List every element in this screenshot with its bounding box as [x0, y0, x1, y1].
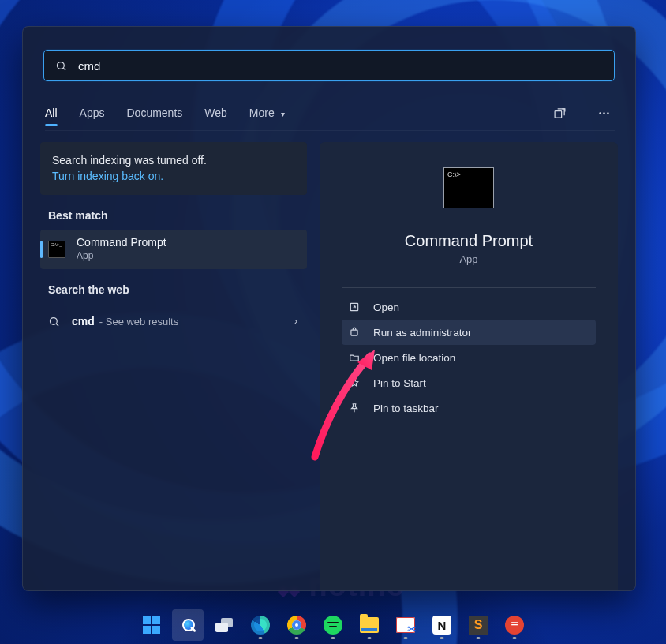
taskbar-search[interactable] [172, 609, 204, 641]
web-query: cmd [72, 315, 95, 328]
notion-icon: N [432, 616, 451, 635]
result-subtitle: App [77, 249, 166, 263]
action-label: Run as administrator [373, 327, 472, 339]
result-command-prompt[interactable]: Command Prompt App [40, 230, 307, 269]
section-best-match: Best match [48, 209, 307, 222]
tab-more[interactable]: More ▾ [249, 100, 285, 125]
pin-icon [348, 377, 361, 388]
action-open-file-location[interactable]: Open file location [342, 345, 596, 370]
spotify-icon [324, 616, 342, 635]
svg-line-1 [63, 68, 65, 70]
preview-title: Command Prompt [342, 232, 596, 250]
chrome-icon [287, 616, 306, 635]
indexing-notice: Search indexing was turned off. Turn ind… [40, 142, 307, 195]
search-bar[interactable] [43, 50, 615, 81]
svg-point-6 [51, 317, 58, 324]
action-pin-to-taskbar[interactable]: Pin to taskbar [342, 395, 596, 421]
action-label: Pin to taskbar [373, 402, 439, 414]
action-label: Open file location [373, 352, 455, 364]
web-hint: - See web results [99, 316, 178, 328]
svg-rect-2 [555, 110, 562, 118]
action-label: Pin to Start [373, 377, 426, 389]
search-icon [55, 60, 67, 72]
action-pin-to-start[interactable]: Pin to Start [342, 370, 596, 395]
cmd-icon [48, 241, 65, 258]
taskbar: ✂ N S ≡ [0, 606, 666, 644]
svg-line-7 [56, 324, 58, 326]
tab-documents[interactable]: Documents [126, 100, 182, 125]
taskbar-explorer[interactable] [354, 609, 385, 641]
search-window: All Apps Documents Web More ▾ Search ind… [22, 26, 636, 591]
turn-indexing-on-link[interactable]: Turn indexing back on. [52, 168, 295, 184]
filter-tabs: All Apps Documents Web More ▾ [45, 95, 615, 131]
svg-point-0 [58, 62, 65, 69]
chevron-right-icon: › [294, 316, 297, 327]
folder-icon [360, 617, 379, 633]
action-run-as-admin[interactable]: Run as administrator [342, 320, 596, 345]
taskbar-todoist[interactable]: ≡ [499, 609, 530, 641]
taskbar-start[interactable] [136, 609, 167, 641]
taskbar-notion[interactable]: N [426, 609, 458, 641]
preview-pane: Command Prompt App Open [320, 142, 618, 591]
svg-rect-9 [351, 330, 357, 335]
tab-all[interactable]: All [45, 100, 58, 125]
search-icon [179, 616, 196, 634]
result-title: Command Prompt [77, 236, 166, 249]
preview-subtitle: App [342, 253, 596, 265]
chevron-down-icon: ▾ [281, 110, 285, 118]
search-input[interactable] [77, 58, 603, 73]
tab-apps[interactable]: Apps [80, 100, 105, 125]
taskbar-edge[interactable] [245, 609, 276, 641]
action-label: Open [373, 301, 399, 313]
tab-web[interactable]: Web [204, 100, 227, 125]
cmd-large-icon [443, 167, 494, 208]
snipping-icon: ✂ [396, 617, 415, 633]
taskbar-spotify[interactable] [317, 609, 349, 641]
open-icon [348, 301, 361, 313]
taskbar-sublime[interactable]: S [462, 609, 494, 641]
sublime-icon: S [469, 616, 488, 635]
svg-point-5 [607, 112, 608, 114]
taskbar-snipping[interactable]: ✂ [390, 609, 421, 641]
search-icon [48, 316, 61, 328]
svg-point-4 [603, 112, 604, 114]
windows-logo-icon [143, 616, 160, 634]
pin-icon [348, 402, 361, 414]
section-search-web: Search the web [48, 283, 307, 296]
svg-point-3 [599, 112, 601, 114]
open-new-window-button[interactable] [548, 102, 571, 124]
edge-icon [251, 616, 270, 635]
more-options-button[interactable] [593, 102, 615, 124]
notice-text: Search indexing was turned off. [52, 152, 295, 168]
todoist-icon: ≡ [505, 616, 524, 635]
folder-icon [348, 352, 361, 363]
taskbar-task-view[interactable] [208, 609, 240, 641]
taskbar-chrome[interactable] [281, 609, 312, 641]
shield-icon [348, 327, 361, 338]
task-view-icon [215, 618, 233, 632]
action-open[interactable]: Open [342, 294, 596, 320]
result-web-search[interactable]: cmd - See web results › [40, 304, 307, 339]
divider [342, 287, 596, 288]
